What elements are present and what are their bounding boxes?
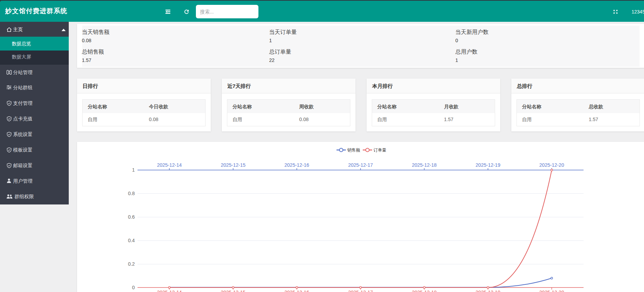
svg-text:2025-12-14: 2025-12-14 bbox=[157, 290, 182, 292]
svg-text:2025-12-19: 2025-12-19 bbox=[476, 162, 501, 168]
svg-text:0.2: 0.2 bbox=[128, 261, 135, 267]
svg-text:1: 1 bbox=[132, 167, 135, 173]
svg-text:销售额: 销售额 bbox=[347, 148, 360, 153]
svg-text:0.8: 0.8 bbox=[128, 191, 135, 196]
svg-text:2025-12-18: 2025-12-18 bbox=[412, 290, 437, 292]
svg-text:2025-12-17: 2025-12-17 bbox=[348, 290, 373, 292]
svg-text:2025-12-17: 2025-12-17 bbox=[348, 162, 373, 168]
svg-text:2025-12-15: 2025-12-15 bbox=[221, 290, 246, 292]
svg-text:2025-12-20: 2025-12-20 bbox=[539, 162, 564, 168]
svg-text:0: 0 bbox=[132, 285, 135, 290]
svg-text:0.4: 0.4 bbox=[128, 238, 135, 243]
svg-text:2025-12-16: 2025-12-16 bbox=[284, 162, 309, 168]
svg-text:2025-12-14: 2025-12-14 bbox=[157, 162, 182, 168]
svg-text:2025-12-19: 2025-12-19 bbox=[476, 290, 501, 292]
svg-text:0.6: 0.6 bbox=[128, 214, 135, 220]
svg-text:订单量: 订单量 bbox=[373, 148, 387, 153]
svg-text:2025-12-15: 2025-12-15 bbox=[221, 162, 246, 168]
svg-text:2025-12-16: 2025-12-16 bbox=[284, 290, 309, 292]
svg-text:2025-12-18: 2025-12-18 bbox=[412, 162, 437, 168]
svg-text:2025-12-20: 2025-12-20 bbox=[539, 290, 564, 292]
